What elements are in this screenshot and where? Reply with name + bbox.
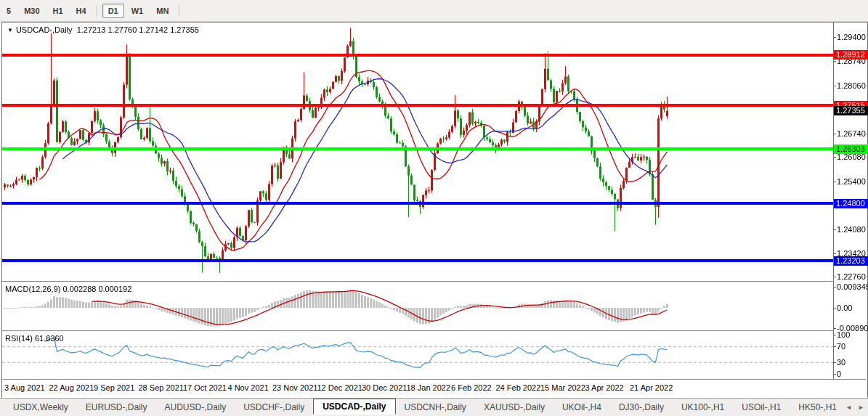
date-label: 18 Jan 2022 <box>407 383 451 392</box>
date-label: 3 Apr 2022 <box>585 383 624 392</box>
level-price-badge-1.24800: 1.24800 <box>834 199 868 208</box>
macd-axis-tick: 0.009345 <box>834 282 868 291</box>
horizontal-level-line-1.23203[interactable] <box>2 259 833 262</box>
rsi-indicator-label: RSI(14) 61.8360 <box>5 334 64 343</box>
chart-tab-usdcad-daily[interactable]: USDCAD-,Daily <box>313 399 395 415</box>
chart-ohlc-values: 1.27213 1.27760 1.27142 1.27355 <box>77 25 199 34</box>
horizontal-level-line-1.28912[interactable] <box>2 54 833 57</box>
horizontal-level-line-1.24800[interactable] <box>2 202 833 205</box>
panel-separator[interactable] <box>2 281 866 283</box>
price-axis-tick: 1.28060 <box>834 81 868 90</box>
rsi-axis-tick: 30 <box>834 358 868 367</box>
date-label: 15 Mar 2022 <box>540 383 585 392</box>
timeframe-button-m30[interactable]: M30 <box>18 4 45 18</box>
date-label: 17 Oct 2021 <box>183 383 227 392</box>
price-chart-canvas[interactable] <box>2 23 833 379</box>
timeframe-button-h4[interactable]: H4 <box>70 4 92 18</box>
price-axis-tick: 1.26080 <box>834 152 868 161</box>
chart-tab-uk100-h1[interactable]: UK100-,H1 <box>673 401 733 414</box>
mt-terminal: 5M30H1H4D1W1MN ▼USDCAD-,Daily 1.27213 1.… <box>0 0 868 416</box>
date-label: 9 Sep 2021 <box>94 383 134 392</box>
price-axis-tick: 1.25400 <box>834 177 868 186</box>
chart-tab-bar: USDX,WeeklyEURUSD-,DailyAUDUSD-,DailyUSD… <box>0 398 868 416</box>
chart-tab-xauusd-daily[interactable]: XAUUSD-,Daily <box>475 401 553 414</box>
price-axis-tick: 1.26740 <box>834 129 868 138</box>
rsi-axis-tick: 0 <box>834 370 868 378</box>
chevron-down-icon: ▼ <box>7 27 13 33</box>
chart-tab-dj30-daily[interactable]: DJ30-,Daily <box>610 401 673 414</box>
chart-tab-usoil-h1[interactable]: USOil-,H1 <box>733 401 790 414</box>
date-label: 4 Nov 2021 <box>228 383 269 392</box>
date-label: 21 Apr 2022 <box>630 383 673 392</box>
chart-symbol-label: USDCAD-,Daily <box>16 25 73 34</box>
date-label: 28 Sep 2021 <box>139 383 184 392</box>
price-axis-tick: 1.24080 <box>834 225 868 234</box>
horizontal-level-line-1.26303[interactable] <box>2 147 833 150</box>
chart-tab-usdcnh-daily[interactable]: USDCNH-,Daily <box>396 401 475 414</box>
timeframe-button-mn[interactable]: MN <box>150 4 174 18</box>
current-price-badge: 1.27355 <box>834 106 868 115</box>
price-axis[interactable]: 1.294001.287401.280601.267401.260801.254… <box>833 23 867 379</box>
date-label: 3 Aug 2021 <box>4 383 45 392</box>
rsi-axis-tick: 100 <box>834 330 868 339</box>
rsi-axis-tick: 70 <box>834 342 868 351</box>
date-label: 6 Feb 2022 <box>451 383 492 392</box>
timeframe-button-d1[interactable]: D1 <box>102 4 124 18</box>
level-price-badge-1.28912: 1.28912 <box>834 50 868 60</box>
date-label: 23 Nov 2021 <box>272 383 317 392</box>
toolbar-separator <box>97 4 98 17</box>
horizontal-level-line-1.27515[interactable] <box>2 104 833 107</box>
price-axis-tick: 1.29400 <box>834 33 868 41</box>
chart-tab-hk50-h1[interactable]: HK50-,H1 <box>790 401 845 414</box>
tabs-scroll-left-icon[interactable]: ◄ <box>845 404 852 411</box>
date-label: 30 Dec 2021 <box>362 383 407 392</box>
chart-tab-audusd-daily[interactable]: AUDUSD-,Daily <box>155 401 235 414</box>
macd-axis-tick: 0.00 <box>834 303 868 312</box>
chart-tab-usdx-weekly[interactable]: USDX,Weekly <box>4 401 77 414</box>
chart-tab-ukoil-h4[interactable]: UKOil-,H4 <box>553 401 610 414</box>
panel-separator[interactable] <box>2 330 866 333</box>
date-label: 12 Dec 2021 <box>317 383 362 392</box>
chart-tab-eurusd-daily[interactable]: EURUSD-,Daily <box>77 401 156 414</box>
level-price-badge-1.23203: 1.23203 <box>834 256 868 266</box>
time-axis[interactable]: 3 Aug 202122 Aug 20219 Sep 202128 Sep 20… <box>2 379 866 397</box>
level-price-badge-1.26303: 1.26303 <box>834 144 868 154</box>
timeframe-button-w1[interactable]: W1 <box>126 4 150 18</box>
macd-indicator-label: MACD(12,26,9) 0.002288 0.000192 <box>5 285 131 293</box>
tabs-scroll-right-icon[interactable]: ► <box>858 404 864 411</box>
rsi-value: 61.8360 <box>35 334 64 343</box>
macd-values: 0.002288 0.000192 <box>62 285 131 293</box>
timeframe-toolbar: 5M30H1H4D1W1MN <box>0 0 868 22</box>
chart-title: ▼USDCAD-,Daily 1.27213 1.27760 1.27142 1… <box>7 25 199 34</box>
price-axis-tick: 1.22760 <box>834 272 868 281</box>
timeframe-button-h1[interactable]: H1 <box>47 4 69 18</box>
timeframe-button-5[interactable]: 5 <box>1 4 17 18</box>
chart-tab-usdchf-daily[interactable]: USDCHF-,Daily <box>235 401 313 414</box>
date-label: 22 Aug 2021 <box>49 383 94 392</box>
date-label: 24 Feb 2022 <box>496 383 541 392</box>
chart-window: ▼USDCAD-,Daily 1.27213 1.27760 1.27142 1… <box>1 22 868 399</box>
toolbar-separator <box>179 4 180 17</box>
